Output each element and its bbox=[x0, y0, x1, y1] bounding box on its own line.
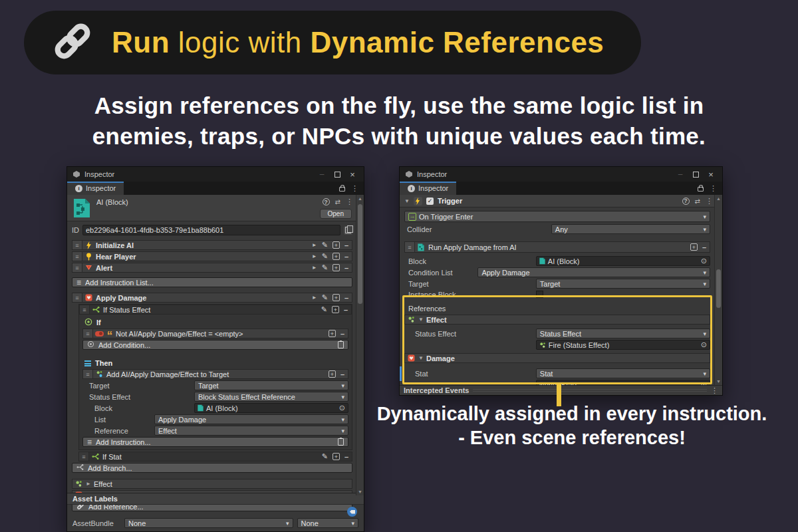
tag-icon[interactable] bbox=[347, 507, 357, 517]
if-status-effect-row[interactable]: If Status Effect bbox=[79, 305, 352, 315]
add-icon[interactable] bbox=[332, 264, 340, 271]
context-menu-icon[interactable] bbox=[346, 198, 353, 206]
open-button[interactable]: Open bbox=[320, 209, 352, 219]
instruction-list-row[interactable]: Alert bbox=[72, 263, 352, 273]
stat-dropdown[interactable]: Stat bbox=[536, 368, 710, 378]
context-menu-icon[interactable] bbox=[706, 197, 713, 205]
paste-icon[interactable] bbox=[338, 438, 344, 446]
condition-list-dropdown[interactable]: Apply Damage bbox=[477, 267, 710, 277]
edit-icon[interactable] bbox=[321, 305, 327, 314]
status-effect-object-field[interactable]: Fire (Status Effect) bbox=[536, 340, 710, 350]
instance-block-checkbox[interactable] bbox=[536, 291, 543, 298]
tab-menu-icon[interactable] bbox=[351, 184, 358, 193]
add-condition-button[interactable]: Add Condition... bbox=[82, 340, 348, 350]
damage-group-header[interactable]: Damage bbox=[404, 353, 710, 363]
remove-icon[interactable] bbox=[344, 306, 348, 314]
remove-icon[interactable] bbox=[344, 253, 348, 261]
presets-icon[interactable] bbox=[335, 198, 340, 205]
edit-icon[interactable] bbox=[322, 452, 328, 461]
collider-dropdown[interactable]: Any bbox=[551, 224, 710, 234]
remove-icon[interactable] bbox=[344, 241, 348, 249]
toggle-icon[interactable] bbox=[93, 331, 105, 336]
trigger-component-header[interactable]: Trigger bbox=[400, 195, 722, 207]
remove-icon[interactable] bbox=[344, 294, 348, 302]
foldout-icon[interactable] bbox=[84, 481, 92, 487]
right-window-titlebar[interactable]: Inspector – bbox=[400, 167, 722, 182]
left-window-titlebar[interactable]: Inspector – bbox=[67, 167, 364, 182]
add-icon[interactable] bbox=[329, 370, 336, 378]
drag-handle-icon[interactable] bbox=[72, 263, 82, 272]
enabled-checkbox[interactable] bbox=[426, 198, 434, 205]
scrollbar-thumb[interactable] bbox=[716, 269, 721, 308]
action-row[interactable]: Add AI/Apply Damage/Effect to Target bbox=[82, 369, 348, 379]
remove-icon[interactable] bbox=[702, 243, 706, 251]
play-icon[interactable] bbox=[312, 295, 317, 301]
block-object-field[interactable]: AI (Block) bbox=[536, 256, 710, 266]
id-field[interactable]: eb2296a4-1601-4fdb-b353-79e1ba88b601 bbox=[82, 225, 340, 235]
vertical-scrollbar[interactable] bbox=[356, 195, 364, 495]
add-icon[interactable] bbox=[332, 306, 339, 313]
add-icon[interactable] bbox=[332, 294, 340, 301]
remove-icon[interactable] bbox=[344, 453, 348, 461]
add-branch-button[interactable]: Add Branch... bbox=[72, 463, 352, 473]
drag-handle-icon[interactable] bbox=[80, 305, 90, 314]
instruction-list-row[interactable]: Initialize AI bbox=[72, 240, 352, 250]
add-icon[interactable] bbox=[332, 241, 340, 249]
object-picker-icon[interactable] bbox=[701, 340, 707, 349]
event-type-dropdown[interactable]: On Trigger Enter bbox=[404, 211, 710, 222]
scroll-down-icon[interactable] bbox=[716, 379, 721, 384]
status-effect-dropdown[interactable]: Status Effect bbox=[536, 329, 710, 338]
remove-icon[interactable] bbox=[340, 330, 344, 338]
scroll-up-icon[interactable] bbox=[358, 196, 362, 201]
maximize-button[interactable] bbox=[690, 169, 701, 180]
tab-inspector[interactable]: Inspector bbox=[400, 182, 456, 195]
apply-damage-row[interactable]: Apply Damage bbox=[72, 293, 352, 303]
reference-dropdown[interactable]: Effect bbox=[154, 426, 348, 436]
help-icon[interactable] bbox=[682, 198, 690, 205]
target-dropdown[interactable]: Target bbox=[194, 380, 348, 390]
status-effect-dropdown[interactable]: Block Status Effect Reference bbox=[194, 392, 348, 402]
asset-labels-header[interactable]: Asset Labels bbox=[67, 493, 364, 505]
add-icon[interactable] bbox=[332, 453, 340, 460]
play-icon[interactable] bbox=[312, 242, 317, 248]
close-button[interactable] bbox=[347, 169, 358, 180]
target-dropdown[interactable]: Target bbox=[536, 279, 710, 289]
edit-icon[interactable] bbox=[322, 263, 328, 272]
menu-icon[interactable] bbox=[711, 386, 718, 395]
remove-icon[interactable] bbox=[340, 370, 344, 378]
scroll-up-icon[interactable] bbox=[716, 196, 721, 201]
reference-row-effect[interactable]: Effect bbox=[72, 479, 352, 489]
drag-handle-icon[interactable] bbox=[72, 293, 82, 302]
drag-handle-icon[interactable] bbox=[72, 252, 82, 261]
list-dropdown[interactable]: Apply Damage bbox=[154, 414, 348, 424]
lock-icon[interactable] bbox=[698, 187, 704, 192]
edit-icon[interactable] bbox=[322, 252, 328, 261]
edit-icon[interactable] bbox=[322, 293, 328, 302]
close-button[interactable] bbox=[706, 169, 716, 180]
object-picker-icon[interactable] bbox=[701, 257, 707, 265]
scroll-down-icon[interactable] bbox=[358, 489, 362, 494]
add-instruction-list-button[interactable]: Add Instruction List... bbox=[72, 277, 352, 287]
add-icon[interactable] bbox=[332, 253, 340, 260]
object-picker-icon[interactable] bbox=[339, 404, 345, 412]
foldout-icon[interactable] bbox=[417, 355, 425, 361]
drag-handle-icon[interactable] bbox=[83, 329, 93, 338]
drag-handle-icon[interactable] bbox=[79, 452, 89, 461]
minimize-button[interactable]: – bbox=[675, 169, 686, 180]
drag-handle-icon[interactable] bbox=[72, 241, 82, 249]
edit-icon[interactable] bbox=[322, 241, 328, 249]
vertical-scrollbar[interactable] bbox=[714, 195, 722, 385]
foldout-icon[interactable] bbox=[404, 198, 410, 204]
play-icon[interactable] bbox=[312, 253, 317, 259]
add-instruction-button[interactable]: Add Instruction... bbox=[82, 437, 348, 447]
if-stat-row[interactable]: If Stat bbox=[78, 452, 352, 462]
presets-icon[interactable] bbox=[695, 198, 700, 205]
effect-group-header[interactable]: Effect bbox=[404, 315, 710, 325]
assetbundle-dropdown[interactable]: None bbox=[124, 518, 293, 528]
add-icon[interactable] bbox=[690, 243, 698, 251]
block-object-field[interactable]: AI (Block) bbox=[194, 403, 348, 413]
paste-icon[interactable] bbox=[338, 341, 344, 348]
remove-icon[interactable] bbox=[344, 264, 348, 272]
add-icon[interactable] bbox=[329, 330, 336, 337]
tab-inspector[interactable]: Inspector bbox=[67, 182, 124, 195]
